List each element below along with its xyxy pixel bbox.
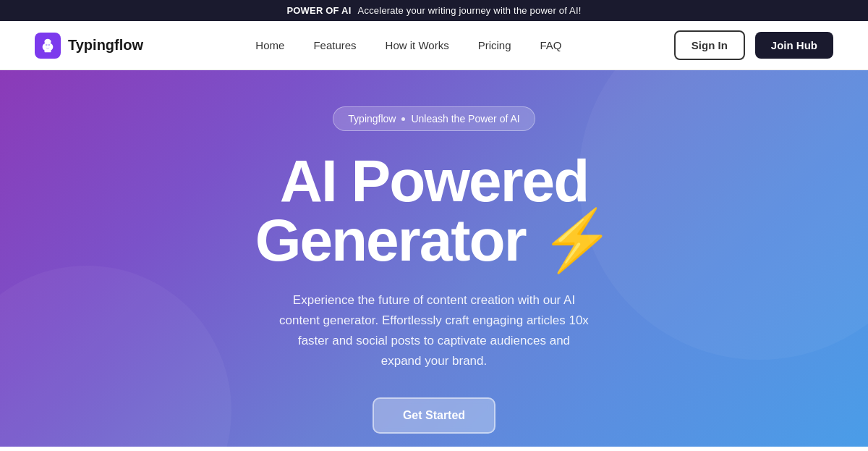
- logo-icon: [35, 33, 61, 59]
- announcement-bar: POWER OF AI Accelerate your writing jour…: [0, 0, 868, 21]
- cta-button[interactable]: Get Started: [373, 397, 495, 434]
- hero-title-line1: AI Powered: [280, 148, 589, 214]
- hero-title: AI Powered Generator ⚡: [255, 151, 613, 270]
- nav-link-pricing[interactable]: Pricing: [478, 39, 511, 51]
- hero-badge: Typingflow Unleash the Power of AI: [333, 106, 535, 131]
- logo-text: Typingflow: [68, 37, 143, 54]
- announcement-text: Accelerate your writing journey with the…: [358, 5, 582, 16]
- hero-section: Typingflow Unleash the Power of AI AI Po…: [0, 70, 868, 447]
- svg-point-0: [46, 43, 48, 46]
- hero-title-line2: Generator: [255, 207, 526, 273]
- announcement-bold: POWER OF AI: [286, 5, 351, 16]
- svg-point-1: [48, 43, 50, 46]
- hero-badge-brand: Typingflow: [348, 113, 396, 125]
- nav-link-faq[interactable]: FAQ: [540, 39, 562, 51]
- joinhub-button[interactable]: Join Hub: [755, 32, 833, 59]
- hero-subtitle: Experience the future of content creatio…: [278, 290, 590, 371]
- hero-badge-tagline: Unleash the Power of AI: [411, 113, 519, 125]
- navbar-actions: Sign In Join Hub: [674, 30, 833, 60]
- nav-link-home[interactable]: Home: [255, 39, 284, 51]
- nav-link-how-it-works[interactable]: How it Works: [386, 39, 449, 51]
- signin-button[interactable]: Sign In: [674, 30, 745, 60]
- nav-link-features[interactable]: Features: [313, 39, 356, 51]
- navbar-logo-area: Typingflow: [35, 33, 143, 59]
- navbar-links: Home Features How it Works Pricing FAQ: [255, 39, 561, 51]
- badge-dot: [401, 117, 405, 121]
- lightning-icon: ⚡: [540, 211, 613, 270]
- navbar: Typingflow Home Features How it Works Pr…: [0, 21, 868, 70]
